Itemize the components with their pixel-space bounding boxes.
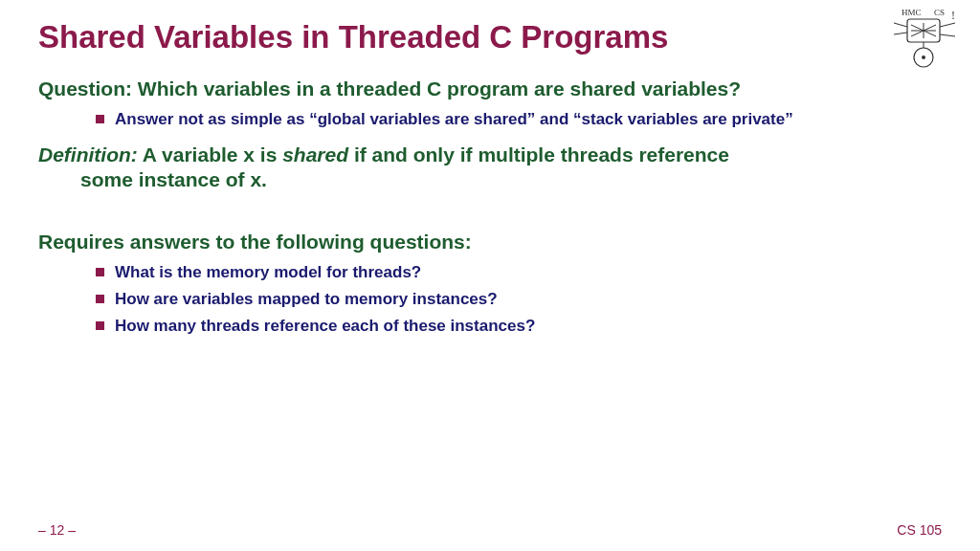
answer-bullet: Answer not as simple as “global variable…	[96, 109, 942, 131]
slide-title: Shared Variables in Threaded C Programs	[38, 19, 942, 55]
svg-line-8	[894, 23, 907, 27]
answer-bullet-list: Answer not as simple as “global variable…	[38, 109, 942, 131]
definition-shared-word: shared	[282, 143, 348, 165]
requires-heading: Requires answers to the following questi…	[38, 230, 942, 254]
definition-heading: Definition: A variable x is shared if an…	[38, 143, 942, 193]
logo-text-cs: CS	[934, 8, 945, 17]
svg-line-10	[940, 23, 955, 27]
svg-text:!: !	[951, 9, 955, 22]
svg-point-6	[922, 55, 925, 59]
page-number: – 12 –	[38, 522, 76, 538]
requires-bullet: How many threads reference each of these…	[96, 316, 942, 338]
slide-content: Shared Variables in Threaded C Programs …	[0, 0, 980, 338]
logo-text-hmc: HMC	[902, 8, 922, 17]
question-heading: Question: Which variables in a threaded …	[38, 77, 942, 101]
requires-bullet: What is the memory model for threads?	[96, 262, 942, 284]
hmc-cs-logo: HMC CS !	[888, 6, 963, 71]
definition-continuation: some instance of x.	[38, 167, 942, 192]
definition-label: Definition:	[38, 143, 138, 165]
definition-part2: if and only if multiple threads referenc…	[348, 143, 729, 165]
slide-footer: – 12 – CS 105	[0, 522, 980, 538]
requires-bullet: How are variables mapped to memory insta…	[96, 289, 942, 311]
requires-bullet-list: What is the memory model for threads? Ho…	[38, 262, 942, 338]
definition-part1: A variable x is	[138, 143, 282, 165]
svg-line-11	[940, 34, 955, 36]
svg-line-9	[894, 33, 907, 34]
course-code: CS 105	[897, 522, 942, 538]
